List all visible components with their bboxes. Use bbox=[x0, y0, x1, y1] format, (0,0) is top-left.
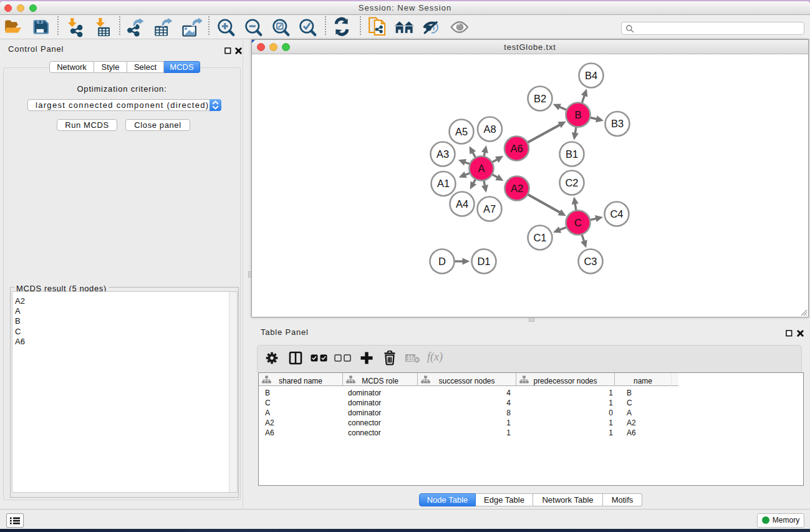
svg-text:C3: C3 bbox=[584, 256, 597, 267]
svg-text:A4: A4 bbox=[456, 198, 468, 210]
svg-text:A: A bbox=[478, 163, 485, 174]
svg-text:C1: C1 bbox=[533, 232, 546, 243]
svg-text:A7: A7 bbox=[483, 203, 496, 215]
svg-text:B1: B1 bbox=[566, 148, 578, 160]
svg-text:A3: A3 bbox=[436, 148, 449, 160]
svg-text:C: C bbox=[574, 217, 582, 228]
svg-text:A5: A5 bbox=[455, 126, 468, 137]
svg-text:A1: A1 bbox=[437, 178, 450, 189]
svg-text:B3: B3 bbox=[611, 118, 624, 129]
svg-text:B: B bbox=[574, 109, 581, 120]
svg-text:A8: A8 bbox=[483, 123, 496, 135]
svg-text:C2: C2 bbox=[565, 177, 578, 188]
svg-text:A2: A2 bbox=[511, 183, 523, 194]
svg-text:C4: C4 bbox=[610, 208, 623, 220]
svg-text:D: D bbox=[438, 256, 446, 267]
svg-text:B2: B2 bbox=[534, 93, 546, 104]
svg-text:A6: A6 bbox=[510, 143, 523, 154]
svg-text:D1: D1 bbox=[477, 256, 490, 267]
svg-text:B4: B4 bbox=[585, 70, 597, 81]
